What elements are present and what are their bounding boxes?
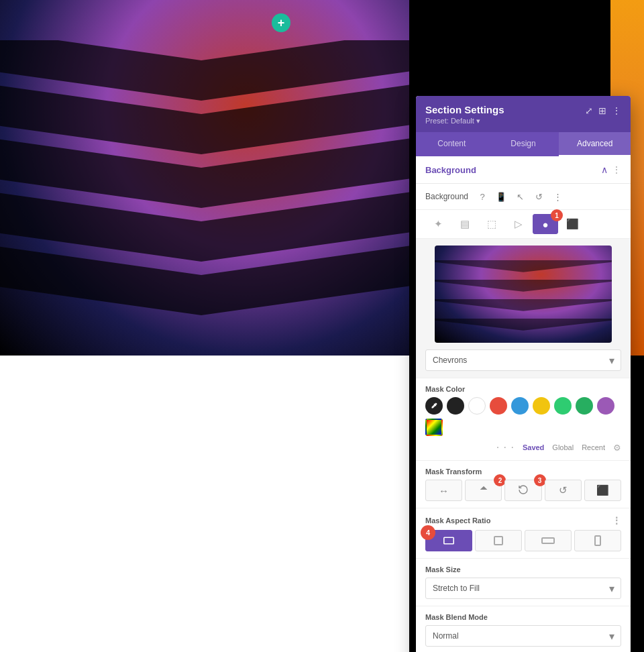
mask-type-dropdown-wrapper: Chevrons Waves Circles Triangles Arrows [425,349,621,371]
panel-body: Background ∧ ⋮ Background ? 📱 ↖ ↺ ⋮ ✦ ▤ … [416,156,631,652]
type-tab-gradient[interactable]: ✦ [425,214,451,234]
mask-color-label: Mask Color [425,385,621,393]
mask-aspect-ratio-section: Mask Aspect Ratio ⋮ 4 [416,508,631,558]
panel-title: Section Settings [425,104,504,115]
tab-design[interactable]: Design [488,132,559,156]
aspect-btn-wide[interactable] [525,530,572,551]
type-tab-mask[interactable]: ● 1 [533,214,558,234]
columns-icon[interactable]: ⊞ [598,105,606,116]
svg-rect-2 [542,538,554,543]
background-controls-row: Background ? 📱 ↖ ↺ ⋮ [416,184,631,210]
type-tab-color[interactable]: ⬛ [559,214,585,234]
aspect-btn-portrait[interactable] [574,530,621,551]
transform-buttons: ↔ 2 3 [425,480,621,501]
swatch-yellow[interactable] [533,397,550,415]
mobile-icon-btn[interactable]: 📱 [494,189,508,204]
svg-rect-1 [494,537,502,545]
swatch-green-dark[interactable] [576,397,593,415]
aspect-more-icon[interactable]: ⋮ [612,515,621,526]
badge-1: 1 [551,209,563,221]
panel-title-area: Section Settings Preset: Default ▾ [425,104,504,125]
swatch-red[interactable] [490,397,507,415]
flip-v-icon [478,484,489,497]
aspect-landscape-icon [443,537,454,545]
svg-rect-3 [595,536,600,545]
cursor-icon-btn[interactable]: ↖ [513,189,527,204]
mask-size-dropdown-wrapper: Stretch to Fill Tile Tile Horizontally T… [425,578,621,599]
rotate-icon [518,484,529,497]
invert-btn[interactable]: ⬛ [584,480,621,501]
bg-more-icon-btn[interactable]: ⋮ [550,189,565,204]
mask-blend-mode-select[interactable]: Normal Multiply Screen Overlay Darken Li… [425,625,621,647]
mask-transform-section: Mask Transform ↔ 2 [416,460,631,508]
chevron-5 [0,275,409,315]
flip-h-btn[interactable]: ↔ [425,480,462,501]
tab-content[interactable]: Content [416,132,488,156]
swatch-blue[interactable] [511,397,529,415]
swatch-green-light[interactable] [554,397,572,415]
mask-transform-label: Mask Transform [425,468,621,476]
flip-v-btn[interactable]: 2 [465,480,502,501]
background-section-header: Background ∧ ⋮ [416,156,631,184]
expand-icon[interactable]: ⤢ [585,105,593,116]
panel-header: Section Settings Preset: Default ▾ ⤢ ⊞ ⋮ [416,96,631,132]
aspect-btn-square[interactable] [475,530,522,551]
preview-chev-3 [435,299,612,311]
background-section-title: Background [425,165,476,175]
type-tab-video[interactable]: ⬚ [479,214,504,234]
badge-4: 4 [421,525,435,540]
white-area [0,356,409,652]
help-icon-btn[interactable]: ? [475,189,490,204]
type-tab-image[interactable]: ▤ [452,214,478,234]
panel-header-icons: ⤢ ⊞ ⋮ [585,105,621,116]
color-tab-saved[interactable]: Saved [523,443,544,451]
preview-image [435,246,612,343]
collapse-icon[interactable]: ∧ [601,164,608,175]
panel-tabs: Content Design Advanced [416,132,631,156]
preview-container [416,246,631,343]
rotate-btn[interactable]: 3 [504,480,541,501]
eyedropper-icon [430,402,438,410]
chevrons-container [0,40,409,362]
rotate-svg [518,484,529,495]
mask-type-select[interactable]: Chevrons Waves Circles Triangles Arrows [425,349,621,371]
mask-blend-mode-section: Mask Blend Mode Normal Multiply Screen O… [416,606,631,652]
color-swatches [425,397,621,436]
swatch-white[interactable] [468,397,486,415]
more-icon[interactable]: ⋮ [612,105,621,116]
color-tab-recent[interactable]: Recent [582,443,605,451]
reset-transform-btn[interactable]: ↺ [545,480,582,501]
section-more-icon[interactable]: ⋮ [612,164,621,175]
aspect-btn-landscape[interactable]: 4 [425,530,472,551]
eyedropper-btn[interactable] [425,397,443,415]
mask-blend-mode-label: Mask Blend Mode [425,613,621,621]
swatch-purple[interactable] [597,397,614,415]
mask-size-label: Mask Size [425,565,621,574]
aspect-portrait-icon [594,535,601,546]
type-tab-slideshow[interactable]: ▷ [506,214,531,234]
color-tab-global[interactable]: Global [552,443,574,451]
swatch-multicolor[interactable] [425,419,443,436]
background-type-tabs: ✦ ▤ ⬚ ▷ ● 1 ⬛ [416,210,631,239]
flip-v-svg [478,484,489,495]
mask-type-dropdown-row: Chevrons Waves Circles Triangles Arrows [416,349,631,378]
aspect-square-icon [494,536,503,545]
tab-advanced[interactable]: Advanced [559,132,631,156]
swatch-black[interactable] [447,397,464,415]
preview-inner [435,246,612,343]
mask-size-section: Mask Size Stretch to Fill Tile Tile Hori… [416,558,631,606]
add-section-button[interactable]: + [272,13,290,32]
color-settings-icon[interactable]: ⚙ [613,443,621,453]
reset-icon-btn[interactable]: ↺ [531,189,546,204]
aspect-wide-icon [541,537,555,544]
panel-preset[interactable]: Preset: Default ▾ [425,117,504,125]
color-more-dots[interactable]: · · · [496,441,515,453]
section-header-icons: ∧ ⋮ [601,164,621,175]
mask-size-select[interactable]: Stretch to Fill Tile Tile Horizontally T… [425,578,621,599]
badge-3: 3 [534,474,546,486]
preview-chev-2 [435,280,612,292]
svg-rect-0 [444,537,453,544]
mask-blend-mode-dropdown-wrapper: Normal Multiply Screen Overlay Darken Li… [425,625,621,647]
mask-color-section: Mask Color · · · Saved [416,378,631,460]
preview-chev-4 [435,319,612,331]
